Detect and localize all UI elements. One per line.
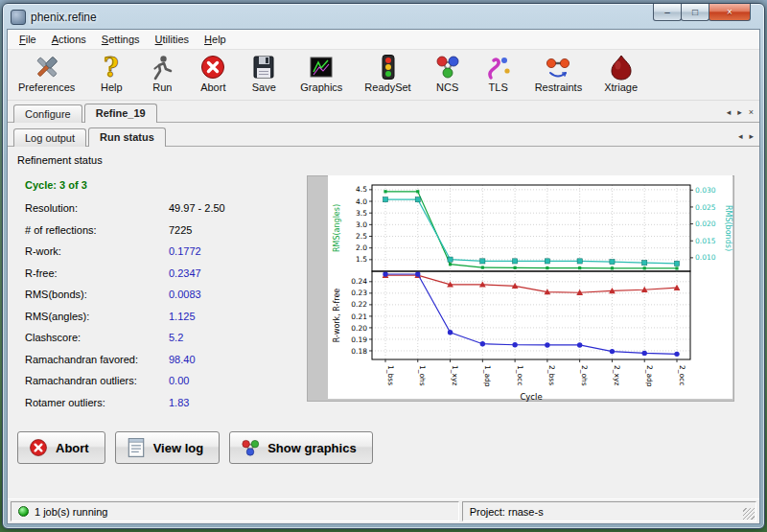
subtab-log-output[interactable]: Log output [13, 128, 86, 147]
maximize-button[interactable]: □ [681, 4, 709, 21]
status-rows: Resolution:49.97 - 2.50# of reflections:… [17, 202, 297, 408]
button-label: Abort [56, 441, 89, 455]
showgraphics-icon [240, 437, 261, 458]
svg-text:R-work, R-free: R-work, R-free [333, 289, 341, 343]
readyset-icon [374, 53, 403, 81]
toolbar-label: Help [101, 81, 123, 93]
status-row-rotamer-outliers: Rotamer outliers:1.83 [25, 397, 297, 408]
tab-nav: ◂▸ [738, 131, 754, 143]
toolbar-label: Xtriage [604, 81, 638, 93]
button-label: View log [153, 441, 204, 455]
tab-close-icon[interactable]: × [749, 107, 754, 117]
svg-text:2_bss: 2_bss [547, 365, 556, 385]
menu-settings[interactable]: Settings [94, 31, 148, 48]
resize-grip[interactable] [743, 508, 755, 520]
status-row-rms-bonds: RMS(bonds):0.0083 [25, 289, 297, 300]
svg-text:2_occ: 2_occ [678, 365, 686, 385]
refinement-chart: 1.52.02.53.03.54.04.50.0100.0150.0200.02… [307, 175, 734, 402]
toolbar-abort-button[interactable]: Abort [196, 52, 230, 94]
close-button[interactable]: × [709, 4, 751, 21]
toolbar-label: Preferences [18, 81, 75, 93]
project-name-text: Project: rnase-s [470, 506, 544, 518]
toolbar: Preferences?HelpRunAbortSaveGraphicsRead… [8, 50, 759, 101]
view-log-button[interactable]: View log [115, 431, 221, 464]
status-value: 0.0083 [169, 289, 201, 300]
app-window: phenix.refine –□× FileActionsSettingsUti… [2, 3, 765, 529]
minimize-button[interactable]: – [653, 4, 682, 21]
svg-text:0.020: 0.020 [695, 220, 716, 228]
button-label: Show graphics [267, 441, 356, 455]
status-row-rms-angles: RMS(angles):1.125 [25, 311, 297, 322]
toolbar-graphics-button[interactable]: Graphics [297, 52, 345, 94]
toolbar-label: NCS [436, 81, 458, 93]
status-row-ramachandran-outliers: Ramachandran outliers:0.00 [25, 375, 297, 386]
toolbar-help-button[interactable]: ?Help [94, 52, 128, 94]
svg-text:2.5: 2.5 [356, 232, 367, 241]
svg-text:1_ohs: 1_ohs [418, 365, 427, 386]
titlebar[interactable]: phenix.refine –□× [3, 4, 764, 29]
tab-configure[interactable]: Configure [13, 104, 82, 123]
svg-text:RMS(bonds): RMS(bonds) [724, 205, 732, 251]
toolbar-preferences-button[interactable]: Preferences [15, 52, 78, 94]
toolbar-xtriage-button[interactable]: Xtriage [601, 52, 640, 94]
panel-heading: Refinement status [17, 154, 750, 166]
status-label: Ramachandran favored: [25, 354, 169, 365]
subtab-scroll-right-icon[interactable]: ▸ [749, 131, 754, 141]
toolbar-tls-button[interactable]: TLS [481, 52, 516, 94]
svg-text:0.030: 0.030 [695, 186, 716, 195]
toolbar-label: Abort [200, 81, 225, 93]
svg-text:Cycle: Cycle [520, 392, 542, 402]
menu-utilities[interactable]: Utilities [148, 31, 197, 48]
tab-scroll-left-icon[interactable]: ◂ [727, 107, 732, 117]
show-graphics-button[interactable]: Show graphics [229, 431, 372, 464]
status-label: Clashscore: [25, 332, 169, 343]
toolbar-readyset-button[interactable]: ReadySet [361, 52, 413, 94]
status-value: 7225 [169, 224, 192, 236]
menu-actions[interactable]: Actions [44, 31, 94, 48]
status-label: Ramachandran outliers: [25, 375, 169, 386]
xtriage-icon [607, 53, 636, 81]
status-value: 49.97 - 2.50 [169, 202, 225, 214]
status-label: R-work: [25, 245, 169, 257]
status-label: Rotamer outliers: [25, 397, 169, 408]
abort-icon [198, 53, 227, 81]
svg-text:2_xyz: 2_xyz [613, 365, 621, 385]
status-row-r-free: R-free:0.2347 [25, 267, 297, 279]
tab-refine-19[interactable]: Refine_19 [84, 104, 157, 123]
toolbar-restraints-button[interactable]: Restraints [532, 52, 586, 94]
project-status-field: Project: rnase-s [462, 501, 756, 521]
status-row-of-reflections: # of reflections:7225 [25, 224, 297, 236]
svg-text:0.22: 0.22 [351, 300, 367, 309]
menu-help[interactable]: Help [197, 31, 234, 48]
status-value: 98.40 [169, 354, 196, 365]
tab-scroll-right-icon[interactable]: ▸ [737, 107, 742, 117]
toolbar-save-button[interactable]: Save [246, 52, 281, 94]
job-running-led-icon [18, 506, 29, 517]
chart-svg: 1.52.02.53.03.54.04.50.0100.0150.0200.02… [307, 175, 734, 402]
graphics-icon [307, 53, 336, 81]
status-label: RMS(bonds): [25, 289, 169, 300]
status-row-ramachandran-favored: Ramachandran favored:98.40 [25, 354, 297, 365]
toolbar-run-button[interactable]: Run [145, 52, 179, 94]
toolbar-ncs-button[interactable]: NCS [430, 52, 465, 94]
help-icon: ? [97, 53, 126, 81]
tab-nav: ◂▸× [727, 107, 754, 119]
menu-file[interactable]: File [12, 31, 44, 48]
status-label: R-free: [25, 267, 169, 279]
ncs-icon [433, 53, 462, 81]
status-label: RMS(angles): [25, 311, 169, 322]
window-title: phenix.refine [31, 11, 97, 24]
svg-text:1_adp: 1_adp [483, 365, 492, 387]
svg-text:0.015: 0.015 [695, 237, 716, 245]
subtab-scroll-left-icon[interactable]: ◂ [738, 131, 743, 141]
viewlog-icon [126, 437, 147, 458]
status-value: 0.2347 [169, 267, 201, 279]
restraints-icon [544, 53, 572, 81]
svg-text:3.0: 3.0 [356, 220, 367, 229]
status-value: 5.2 [169, 332, 183, 343]
svg-text:0.20: 0.20 [351, 324, 367, 333]
abort-button[interactable]: Abort [17, 431, 105, 464]
subtab-run-status[interactable]: Run status [88, 127, 166, 147]
svg-text:0.23: 0.23 [351, 289, 367, 297]
job-status-text: 1 job(s) running [35, 506, 107, 518]
